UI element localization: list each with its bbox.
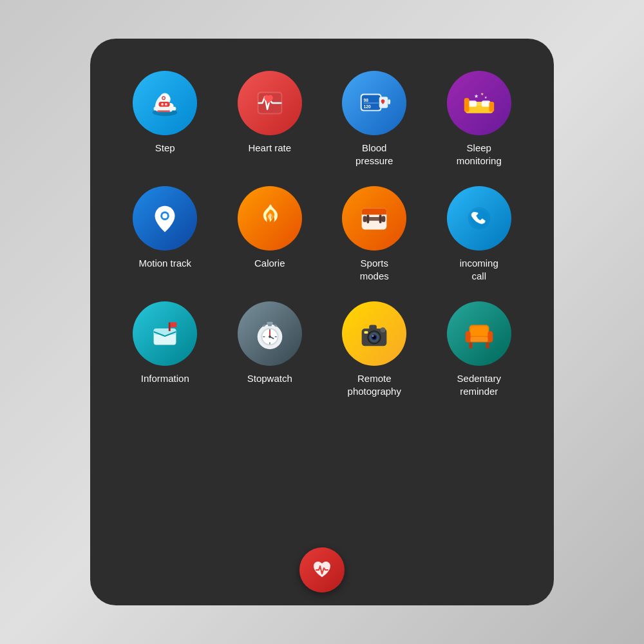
calorie-icon xyxy=(238,186,302,251)
app-item-heart-rate[interactable]: Heart rate xyxy=(221,71,319,167)
remote-photography-label: Remotephotography xyxy=(348,372,401,397)
heart-rate-label: Heart rate xyxy=(248,142,291,155)
app-item-sports-modes[interactable]: Sportsmodes xyxy=(325,186,424,282)
svg-rect-70 xyxy=(470,326,488,337)
app-item-incoming-call[interactable]: incomingcall xyxy=(430,186,529,282)
sports-modes-label: Sportsmodes xyxy=(360,257,389,282)
step-label: Step xyxy=(155,142,175,155)
stopwatch-label: Stopwatch xyxy=(247,372,292,385)
svg-rect-74 xyxy=(469,343,472,349)
svg-rect-18 xyxy=(388,99,391,104)
svg-rect-34 xyxy=(363,216,367,222)
svg-text:★: ★ xyxy=(474,93,478,99)
heart-rate-icon xyxy=(238,71,302,135)
step-icon xyxy=(133,71,197,135)
app-item-calorie[interactable]: Calorie xyxy=(221,186,319,282)
app-item-stopwatch[interactable]: Stopwatch xyxy=(221,301,319,397)
app-item-information[interactable]: Information xyxy=(116,301,214,397)
svg-rect-5 xyxy=(154,107,176,111)
svg-rect-24 xyxy=(489,102,494,111)
incoming-call-label: incomingcall xyxy=(460,257,498,282)
remote-photography-icon xyxy=(342,301,406,366)
information-label: Information xyxy=(141,372,189,385)
svg-rect-37 xyxy=(379,214,382,223)
home-button[interactable] xyxy=(299,547,345,592)
blood-pressure-label: Bloodpressure xyxy=(355,142,393,167)
sports-modes-icon xyxy=(342,186,406,251)
app-item-motion-track[interactable]: Motion track xyxy=(116,186,214,282)
svg-point-68 xyxy=(381,327,386,332)
svg-rect-72 xyxy=(465,331,470,342)
sleep-label: Sleepmonitoring xyxy=(457,142,502,167)
app-grid: Step Heart rate 98 xyxy=(116,71,528,397)
calorie-label: Calorie xyxy=(254,257,285,270)
heartbeat-icon xyxy=(310,558,334,582)
app-item-sedentary[interactable]: Sedentaryreminder xyxy=(430,301,529,397)
svg-rect-67 xyxy=(365,331,368,334)
app-item-sleep[interactable]: ★ ★ ★ Sleepmonitoring xyxy=(430,71,529,167)
sedentary-reminder-icon xyxy=(447,301,511,366)
svg-text:120: 120 xyxy=(364,104,372,109)
svg-rect-23 xyxy=(464,98,469,111)
app-item-remote-photography[interactable]: Remotephotography xyxy=(325,301,424,397)
svg-text:★: ★ xyxy=(484,96,487,99)
sleep-icon: ★ ★ ★ xyxy=(447,71,511,135)
svg-rect-42 xyxy=(169,323,171,332)
svg-point-54 xyxy=(269,336,271,338)
motion-track-icon xyxy=(133,186,197,251)
svg-point-66 xyxy=(372,335,374,337)
svg-rect-60 xyxy=(370,325,377,330)
information-icon xyxy=(133,301,197,366)
blood-pressure-icon: 98 120 xyxy=(342,71,406,135)
svg-rect-41 xyxy=(154,328,176,335)
svg-rect-6 xyxy=(159,102,170,107)
svg-rect-32 xyxy=(362,211,387,214)
svg-point-8 xyxy=(165,103,167,106)
device-card: Step Heart rate 98 xyxy=(90,39,554,605)
svg-rect-75 xyxy=(486,343,489,349)
motion-track-label: Motion track xyxy=(138,257,191,270)
svg-text:★: ★ xyxy=(480,92,484,96)
app-item-blood-pressure[interactable]: 98 120 Bloodpressure xyxy=(325,71,424,167)
svg-rect-36 xyxy=(367,214,370,223)
sedentary-reminder-label: Sedentaryreminder xyxy=(457,372,501,397)
svg-text:98: 98 xyxy=(364,98,369,102)
svg-rect-21 xyxy=(468,100,477,107)
svg-rect-43 xyxy=(171,323,177,328)
svg-rect-73 xyxy=(488,331,493,342)
svg-point-3 xyxy=(163,97,165,99)
svg-point-29 xyxy=(162,213,167,218)
svg-point-7 xyxy=(161,103,164,106)
svg-rect-22 xyxy=(482,100,491,107)
svg-rect-35 xyxy=(382,216,386,222)
stopwatch-icon xyxy=(238,301,302,366)
incoming-call-icon xyxy=(447,186,511,251)
svg-rect-76 xyxy=(470,337,488,342)
app-item-step[interactable]: Step xyxy=(116,71,214,167)
svg-rect-56 xyxy=(267,322,273,325)
